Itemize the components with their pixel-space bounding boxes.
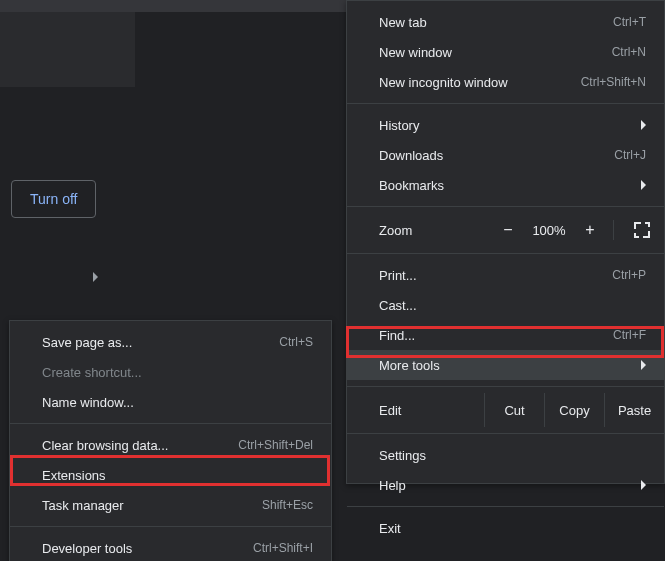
menu-shortcut: Ctrl+Shift+I [253, 541, 313, 555]
menu-shortcut: Shift+Esc [262, 498, 313, 512]
menu-label: Clear browsing data... [42, 438, 168, 453]
menu-name-window[interactable]: Name window... [10, 387, 331, 417]
zoom-controls: − 100% + [491, 220, 650, 240]
menu-help[interactable]: Help [347, 470, 664, 500]
menu-divider [347, 386, 664, 387]
menu-divider [347, 103, 664, 104]
menu-label: Bookmarks [379, 178, 444, 193]
menu-zoom: Zoom − 100% + [347, 213, 664, 247]
menu-new-incognito[interactable]: New incognito window Ctrl+Shift+N [347, 67, 664, 97]
chevron-right-icon [93, 272, 98, 282]
separator [613, 220, 614, 240]
menu-new-window[interactable]: New window Ctrl+N [347, 37, 664, 67]
menu-divider [347, 206, 664, 207]
chevron-right-icon [641, 120, 646, 130]
menu-label: History [379, 118, 419, 133]
zoom-out-button[interactable]: − [491, 221, 525, 239]
menu-new-tab[interactable]: New tab Ctrl+T [347, 7, 664, 37]
menu-extensions[interactable]: Extensions [10, 460, 331, 490]
menu-label: Name window... [42, 395, 134, 410]
menu-divider [347, 506, 664, 507]
more-tools-submenu: Save page as... Ctrl+S Create shortcut..… [9, 320, 332, 561]
menu-more-tools[interactable]: More tools [347, 350, 664, 380]
edit-label: Edit [379, 403, 484, 418]
menu-label: Save page as... [42, 335, 132, 350]
menu-shortcut: Ctrl+N [612, 45, 646, 59]
menu-label: Downloads [379, 148, 443, 163]
menu-shortcut: Ctrl+S [279, 335, 313, 349]
menu-settings[interactable]: Settings [347, 440, 664, 470]
menu-exit[interactable]: Exit [347, 513, 664, 543]
zoom-label: Zoom [379, 223, 491, 238]
bg-panel [0, 12, 135, 87]
cut-button[interactable]: Cut [484, 393, 544, 427]
menu-shortcut: Ctrl+Shift+N [581, 75, 646, 89]
menu-divider [10, 526, 331, 527]
zoom-percentage: 100% [525, 223, 573, 238]
menu-shortcut: Ctrl+J [614, 148, 646, 162]
menu-label: New window [379, 45, 452, 60]
menu-shortcut: Ctrl+T [613, 15, 646, 29]
menu-label: More tools [379, 358, 440, 373]
menu-save-page[interactable]: Save page as... Ctrl+S [10, 327, 331, 357]
menu-label: Print... [379, 268, 417, 283]
menu-task-manager[interactable]: Task manager Shift+Esc [10, 490, 331, 520]
menu-find[interactable]: Find... Ctrl+F [347, 320, 664, 350]
turn-off-button[interactable]: Turn off [11, 180, 96, 218]
menu-developer-tools[interactable]: Developer tools Ctrl+Shift+I [10, 533, 331, 561]
menu-history[interactable]: History [347, 110, 664, 140]
menu-divider [347, 433, 664, 434]
copy-button[interactable]: Copy [544, 393, 604, 427]
menu-divider [10, 423, 331, 424]
menu-shortcut: Ctrl+F [613, 328, 646, 342]
menu-label: Settings [379, 448, 426, 463]
menu-create-shortcut[interactable]: Create shortcut... [10, 357, 331, 387]
menu-bookmarks[interactable]: Bookmarks [347, 170, 664, 200]
menu-label: New incognito window [379, 75, 508, 90]
menu-downloads[interactable]: Downloads Ctrl+J [347, 140, 664, 170]
menu-label: Help [379, 478, 406, 493]
fullscreen-icon[interactable] [634, 222, 650, 238]
menu-label: Exit [379, 521, 401, 536]
menu-divider [347, 253, 664, 254]
menu-label: Create shortcut... [42, 365, 142, 380]
menu-shortcut: Ctrl+P [612, 268, 646, 282]
paste-button[interactable]: Paste [604, 393, 664, 427]
chevron-right-icon [641, 180, 646, 190]
menu-label: Task manager [42, 498, 124, 513]
menu-cast[interactable]: Cast... [347, 290, 664, 320]
menu-shortcut: Ctrl+Shift+Del [238, 438, 313, 452]
menu-clear-browsing-data[interactable]: Clear browsing data... Ctrl+Shift+Del [10, 430, 331, 460]
menu-label: New tab [379, 15, 427, 30]
menu-label: Find... [379, 328, 415, 343]
chevron-right-icon [641, 360, 646, 370]
menu-label: Extensions [42, 468, 106, 483]
chrome-main-menu: New tab Ctrl+T New window Ctrl+N New inc… [346, 0, 665, 484]
zoom-in-button[interactable]: + [573, 221, 607, 239]
chevron-right-icon [641, 480, 646, 490]
menu-edit: Edit Cut Copy Paste [347, 393, 664, 427]
menu-label: Cast... [379, 298, 417, 313]
menu-print[interactable]: Print... Ctrl+P [347, 260, 664, 290]
menu-label: Developer tools [42, 541, 132, 556]
